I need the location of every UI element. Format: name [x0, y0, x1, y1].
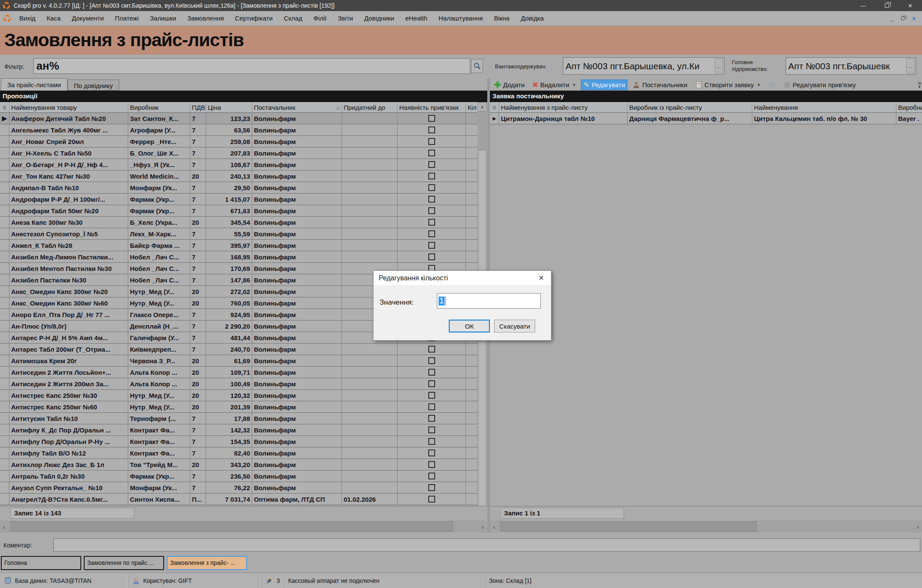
menu-item-залишки[interactable]: Залишки — [144, 11, 182, 25]
offers-hscrollbar[interactable]: ‹ › — [0, 520, 487, 532]
toolbar-overflow-icon[interactable]: »▼ — [918, 81, 922, 89]
bottom-tab-order-by-price[interactable]: Замовлення по прайс ... — [84, 556, 164, 570]
table-row[interactable]: Андрофарм Р-Р Д/_Н 100мг/...Фармак (Укр.… — [0, 194, 477, 205]
filter-input[interactable] — [33, 58, 470, 74]
menu-item-сертифікати[interactable]: Сертифікати — [230, 11, 278, 25]
table-row[interactable]: Антитусин Табл №10Тернофарм (...717,88Во… — [0, 413, 477, 424]
main-enterprise-more-button[interactable]: ... — [906, 59, 915, 74]
col-header-manufacturer[interactable]: Виробни — [896, 102, 922, 113]
consignee-combo[interactable]: Апт №003 пгт.Барышевка, ул.Ки ... — [563, 57, 725, 75]
link-checkbox[interactable] — [428, 150, 435, 156]
edit-binding-button[interactable]: Редагувати прив'язку — [781, 80, 859, 90]
scroll-up-icon[interactable]: ∧ — [477, 102, 487, 112]
link-checkbox[interactable] — [428, 253, 435, 260]
menu-item-налаштування[interactable]: Налаштування — [433, 11, 489, 25]
menu-item-замовлення[interactable]: Замовлення — [182, 11, 229, 25]
minimize-icon[interactable]: — — [851, 0, 875, 11]
value-input[interactable]: 1 — [437, 293, 541, 309]
scroll-right-icon[interactable]: › — [913, 520, 922, 532]
menu-item-довідка[interactable]: Довідка — [515, 11, 549, 25]
menu-item-склад[interactable]: Склад — [278, 11, 308, 25]
edit-button[interactable]: ✎ Редагувати — [581, 79, 627, 90]
scroll-left-icon[interactable]: ‹ — [490, 520, 498, 532]
table-row[interactable]: Антарес Табл 200мг (Т_Отриа...Київмедпре… — [0, 344, 477, 355]
link-checkbox[interactable] — [428, 450, 435, 456]
table-row[interactable]: Андрофарм Табл 50мг №20Фармак (Укр...767… — [0, 205, 477, 217]
row-selector-icon[interactable]: ☰ — [0, 102, 9, 113]
comment-input[interactable] — [53, 538, 920, 552]
table-row[interactable]: Ангельмекс Табл Жув 400мг ...Агрофарм (У… — [0, 124, 477, 136]
link-checkbox[interactable] — [428, 438, 435, 445]
scroll-left-icon[interactable]: ‹ — [0, 520, 9, 532]
link-checkbox[interactable] — [428, 461, 435, 468]
col-header-link[interactable]: Наявність прив'язки — [398, 102, 466, 113]
menu-item-вікна[interactable]: Вікна — [489, 11, 515, 25]
hscroll-thumb[interactable] — [10, 521, 453, 532]
link-checkbox[interactable] — [428, 496, 435, 503]
link-checkbox[interactable] — [428, 230, 435, 237]
delete-button[interactable]: ✖ Видалити ▼ — [530, 79, 578, 90]
link-checkbox[interactable] — [428, 415, 435, 422]
bottom-tab-order-from-price[interactable]: Замовлення з прайс- ... — [167, 556, 247, 570]
table-row[interactable]: Антифлу Пор Д/Оральн Р-Ну ...Контракт Фа… — [0, 436, 477, 447]
table-row[interactable]: ▸Цитрамон-Дарниця табл №10Дарниця Фармац… — [490, 113, 922, 124]
mdi-close-icon[interactable]: x — [909, 14, 919, 23]
mdi-minimize-icon[interactable]: _ — [887, 14, 896, 23]
table-row[interactable]: Анг_Новаг Спрей 20млФеррер _Нте...7259,0… — [0, 136, 477, 147]
link-checkbox[interactable] — [428, 173, 435, 179]
close-icon[interactable]: ✕ — [898, 0, 922, 11]
link-checkbox[interactable] — [428, 219, 435, 226]
col-header-valid-until[interactable]: Придатний до — [342, 102, 398, 113]
table-row[interactable]: Анагрел?Д-В?Ста Капс.0.5мг...Синтон Хисп… — [0, 494, 477, 505]
cancel-button[interactable]: Скасувати — [494, 320, 535, 332]
menu-item-платежі[interactable]: Платежі — [109, 11, 144, 25]
link-checkbox[interactable] — [428, 346, 435, 353]
table-row[interactable]: Антифлу Табл В/О №12Контракт Фа...782,40… — [0, 447, 477, 459]
link-checkbox[interactable] — [428, 184, 435, 191]
hscroll-thumb[interactable] — [500, 521, 757, 532]
col-header-pl-name[interactable]: Найменування з прайс-листу — [499, 102, 627, 113]
col-header-pl-manufacturer[interactable]: Виробник із прайс-листу — [627, 102, 752, 113]
link-checkbox[interactable] — [428, 403, 435, 410]
table-row[interactable]: Антраль Табл 0,2г №30Фармак (Укр...7236,… — [0, 470, 477, 482]
bottom-tab-main[interactable]: Головна — [1, 556, 81, 570]
table-row[interactable]: Антистрес Капс 250мг №30Нутр_Мед (У...20… — [0, 390, 477, 401]
search-button[interactable] — [471, 59, 483, 73]
menu-item-довідники[interactable]: Довідники — [359, 11, 400, 25]
link-checkbox[interactable] — [428, 196, 435, 203]
col-header-qty[interactable]: Кіл — [466, 102, 477, 113]
table-row[interactable]: Анг_Тон Капс 427мг №30World Medicin...20… — [0, 171, 477, 182]
table-row[interactable]: Анзибел Мед-Лимон Пастилки...Нобел _Лач … — [0, 251, 477, 263]
link-checkbox[interactable] — [428, 138, 435, 145]
table-row[interactable]: Анг_О-Бетарг_Н Р-Н Д/_Нф 4..._Нфуз_Я (Ук… — [0, 159, 477, 171]
link-checkbox[interactable] — [428, 115, 435, 122]
table-row[interactable]: Анг_Н-Хеель С Табл №50Б_Олог_Ше Х...7207… — [0, 147, 477, 159]
suppliers-button[interactable]: Постачальники — [630, 80, 690, 90]
menu-item-каса[interactable]: Каса — [41, 11, 66, 25]
col-header-supplier[interactable]: Постачальник △ — [252, 102, 342, 113]
restore-icon[interactable] — [875, 0, 898, 11]
menu-item-філії[interactable]: Філії — [308, 11, 332, 25]
link-checkbox[interactable] — [428, 369, 435, 376]
table-row[interactable]: Анжел_К Табл №28Байєр Фарма ...7395,97Во… — [0, 240, 477, 251]
consignee-more-button[interactable]: ... — [715, 59, 723, 74]
link-checkbox[interactable] — [428, 473, 435, 479]
table-row[interactable]: Антиседин 2 Життя Лосьйон+...Альта Колор… — [0, 367, 477, 378]
link-checkbox[interactable] — [428, 161, 435, 168]
link-checkbox[interactable] — [428, 207, 435, 214]
table-row[interactable]: Антихлор Люкс Дез Зас_Б 1лТов "Трейд М..… — [0, 459, 477, 470]
table-row[interactable]: ▶Анаферон Дитячий Табл №20Зат Сантон_К..… — [0, 113, 477, 124]
link-checkbox[interactable] — [428, 126, 435, 133]
dialog-titlebar[interactable]: Редагування кількості ✕ — [374, 271, 551, 285]
table-row[interactable]: Андипал-В Табл №10Монфарм (Ук...729,50Во… — [0, 182, 477, 194]
tab-by-directory[interactable]: По довіднику — [68, 79, 119, 91]
columns-button[interactable] — [766, 80, 778, 90]
order-hscrollbar[interactable]: ‹ › — [490, 520, 922, 532]
table-row[interactable]: Антиседин 2 Життя 200мл За...Альта Колор… — [0, 378, 477, 390]
link-checkbox[interactable] — [428, 242, 435, 249]
col-header-manufacturer[interactable]: Виробник — [128, 102, 190, 113]
menu-item-ehealth[interactable]: eHealth — [400, 11, 433, 25]
table-row[interactable]: Анузол Супп Ректальн_ №10Монфарм (Ук...7… — [0, 482, 477, 494]
add-button[interactable]: ✚ Додати — [492, 80, 527, 90]
col-header-name[interactable]: Найменування товару — [9, 102, 128, 113]
